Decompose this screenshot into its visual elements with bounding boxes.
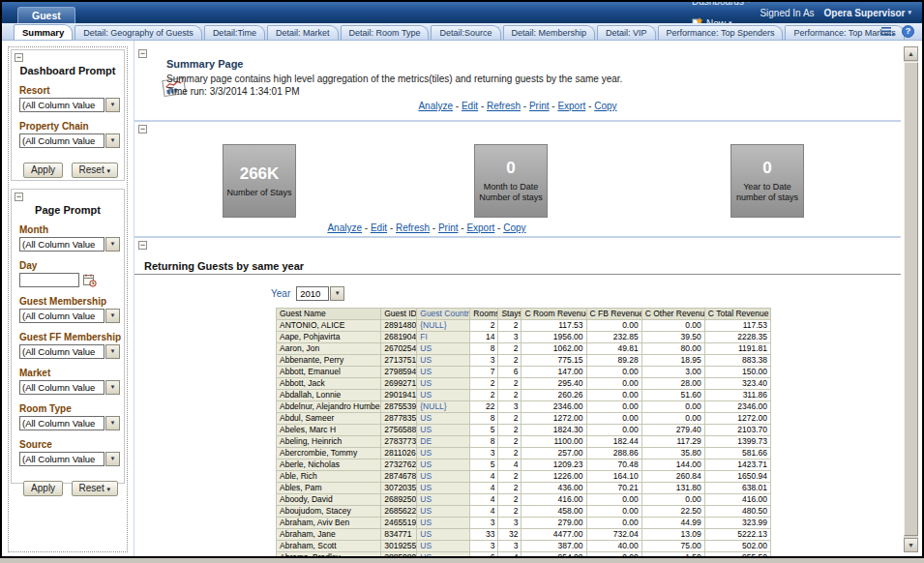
table-cell: 732.04 <box>586 529 641 541</box>
page-options-icon[interactable] <box>881 26 895 38</box>
scroll-down-icon[interactable]: ▼ <box>904 538 918 552</box>
dropdown-arrow-icon[interactable]: ▼ <box>330 286 344 301</box>
column-header-guest-country[interactable]: Guest Country <box>417 309 470 320</box>
tab-detail-membership[interactable]: Detail: Membership <box>503 25 596 40</box>
table-cell: 2465519 <box>381 518 417 529</box>
link-separator: - <box>387 222 396 233</box>
table-row: Aboujudom, Stacey2685622US42458.000.0022… <box>277 506 771 518</box>
reset-button[interactable]: Reset ▾ <box>72 481 118 496</box>
table-cell[interactable]: US <box>417 483 470 494</box>
tab-performance-top-spenders[interactable]: Performance: Top Spenders <box>658 25 784 40</box>
table-cell[interactable]: US <box>417 367 470 378</box>
action-link-export[interactable]: Export <box>466 222 494 233</box>
table-cell[interactable]: US <box>417 552 470 557</box>
table-cell[interactable]: US <box>417 459 470 471</box>
table-cell[interactable]: US <box>417 529 470 541</box>
reset-button[interactable]: Reset ▾ <box>72 163 118 178</box>
calendar-icon[interactable] <box>83 274 97 287</box>
tile-label: Year to Date number of stays <box>733 182 801 203</box>
action-link-print[interactable]: Print <box>529 101 550 111</box>
action-link-edit[interactable]: Edit <box>462 101 478 111</box>
table-cell[interactable]: US <box>417 448 470 459</box>
dropdown-arrow-icon[interactable]: ▼ <box>105 380 120 395</box>
page-prompt-buttons: Apply Reset ▾ <box>12 478 118 496</box>
table-cell[interactable]: FI <box>417 332 470 343</box>
prompt-select-guest-ff-membership[interactable]: (All Column Value <box>19 344 104 359</box>
dropdown-arrow-icon[interactable]: ▼ <box>105 344 120 359</box>
scrollbar-thumb[interactable] <box>904 62 918 536</box>
prompt-select-source[interactable]: (All Column Value <box>19 452 104 466</box>
action-link-copy[interactable]: Copy <box>594 101 616 111</box>
collapse-icon[interactable]: − <box>15 53 23 62</box>
prompt-select-market[interactable]: (All Column Value <box>19 380 104 395</box>
table-cell: 5 <box>470 459 498 471</box>
day-input[interactable] <box>19 273 79 287</box>
table-cell[interactable]: US <box>417 343 470 355</box>
collapse-icon[interactable]: − <box>15 193 23 201</box>
action-link-export[interactable]: Export <box>557 101 585 111</box>
action-link-edit[interactable]: Edit <box>371 222 387 233</box>
tab-detail-room-type[interactable]: Detail: Room Type <box>341 25 430 40</box>
dashboard-content: − Summary Page Summary page contains hig… <box>134 41 901 556</box>
dashboard-tab-guest[interactable]: Guest <box>17 7 75 23</box>
collapse-icon[interactable]: − <box>138 125 147 133</box>
tab-detail-vip[interactable]: Detail: VIP <box>597 25 656 40</box>
table-cell[interactable]: US <box>417 425 470 436</box>
table-cell: 954.00 <box>522 552 586 557</box>
action-link-analyze[interactable]: Analyze <box>327 222 362 233</box>
action-link-refresh[interactable]: Refresh <box>487 101 521 111</box>
table-cell[interactable]: US <box>417 471 470 483</box>
help-icon[interactable]: ? <box>902 25 914 38</box>
apply-button[interactable]: Apply <box>23 163 63 178</box>
dropdown-arrow-icon[interactable]: ▼ <box>105 237 120 252</box>
returning-guests-section: − Returning Guests by same year Year 201… <box>134 238 901 556</box>
signed-in-user-menu[interactable]: Opera Supervisor ▾ <box>820 8 916 18</box>
dropdown-arrow-icon[interactable]: ▼ <box>105 98 120 112</box>
vertical-scrollbar[interactable]: ▲ ▼ <box>904 46 918 552</box>
year-select[interactable]: 2010 <box>296 286 329 301</box>
nav-item-dashboards[interactable]: Dashboards▾ <box>687 0 755 7</box>
table-cell: 2901941 <box>381 390 417 401</box>
table-cell[interactable]: {NULL} <box>417 401 470 413</box>
summary-header-section: − Summary Page Summary page contains hig… <box>134 46 901 120</box>
tab-summary[interactable]: Summary <box>14 24 73 40</box>
dropdown-arrow-icon[interactable]: ▼ <box>105 416 120 430</box>
table-cell: 3 <box>470 541 498 552</box>
table-cell[interactable]: US <box>417 413 470 425</box>
scroll-up-icon[interactable]: ▲ <box>904 46 918 61</box>
action-link-copy[interactable]: Copy <box>503 222 525 233</box>
prompt-select-month[interactable]: (All Column Value <box>19 237 104 252</box>
table-cell: 1191.81 <box>704 343 770 355</box>
action-link-refresh[interactable]: Refresh <box>396 222 430 233</box>
prompt-select-property-chain[interactable]: (All Column Value <box>19 133 104 148</box>
tab-detail-time[interactable]: Detail:Time <box>204 25 265 40</box>
top-banner: Guest HomeCatalogFavorites▾Dashboards▾Ne… <box>2 2 922 23</box>
collapse-icon[interactable]: − <box>138 49 147 58</box>
table-cell[interactable]: US <box>417 378 470 390</box>
table-cell[interactable]: DE <box>417 436 470 448</box>
table-cell[interactable]: US <box>417 355 470 367</box>
table-cell[interactable]: {NULL} <box>417 320 470 332</box>
tab-detail-market[interactable]: Detail: Market <box>267 25 339 40</box>
dropdown-arrow-icon[interactable]: ▼ <box>105 309 120 323</box>
prompt-select-guest-membership[interactable]: (All Column Value <box>19 309 104 323</box>
dropdown-arrow-icon[interactable]: ▼ <box>105 452 120 466</box>
table-cell[interactable]: US <box>417 390 470 401</box>
apply-button[interactable]: Apply <box>23 481 63 496</box>
dropdown-arrow-icon[interactable]: ▼ <box>105 133 120 148</box>
table-cell[interactable]: US <box>417 506 470 518</box>
action-link-analyze[interactable]: Analyze <box>418 101 453 111</box>
tab-detail-source[interactable]: Detail:Source <box>431 25 500 40</box>
collapse-icon[interactable]: − <box>138 241 147 250</box>
prompt-label: Day <box>19 260 124 271</box>
table-cell: 3019255 <box>381 541 417 552</box>
tab-detail-geography-of-guests[interactable]: Detail: Geography of Guests <box>75 25 202 40</box>
table-cell[interactable]: US <box>417 541 470 552</box>
table-cell[interactable]: US <box>417 494 470 506</box>
table-cell: 8 <box>470 413 498 425</box>
prompt-select-resort[interactable]: (All Column Value <box>19 98 104 112</box>
action-link-print[interactable]: Print <box>438 222 459 233</box>
table-cell[interactable]: US <box>417 518 470 529</box>
table-cell: 89.28 <box>586 355 641 367</box>
prompt-select-room-type[interactable]: (All Column Value <box>19 416 104 430</box>
